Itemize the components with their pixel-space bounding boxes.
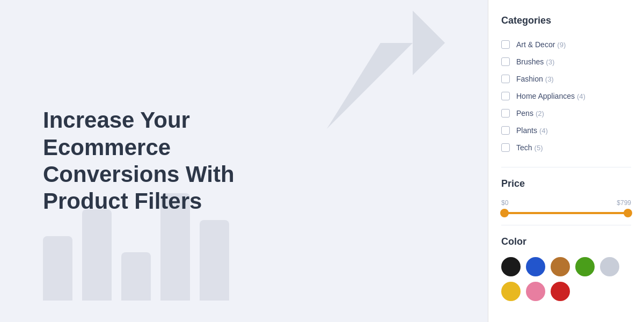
price-slider-thumb-right[interactable]: [624, 209, 632, 217]
color-grid: [501, 257, 631, 301]
category-count: (3): [546, 58, 554, 66]
category-item[interactable]: Fashion (3): [501, 70, 631, 87]
color-dot-black[interactable]: [501, 257, 521, 276]
category-count: (4): [539, 127, 548, 135]
color-title: Color: [501, 236, 631, 247]
color-dot-green[interactable]: [575, 257, 595, 276]
color-dot-blue[interactable]: [526, 257, 545, 276]
category-item[interactable]: Brushes (3): [501, 53, 631, 70]
category-checkbox[interactable]: [501, 40, 510, 49]
price-section: Price $0 $799: [501, 178, 631, 214]
price-slider-fill: [501, 212, 631, 214]
category-count: (4): [577, 92, 586, 100]
price-max-label: $799: [617, 199, 631, 207]
color-dot-yellow[interactable]: [501, 282, 521, 301]
category-name: Brushes: [516, 57, 544, 66]
bg-bar: [200, 220, 229, 301]
category-name: Tech: [516, 143, 532, 152]
category-checkbox[interactable]: [501, 126, 510, 135]
hero-title: Increase Your Ecommerce Conversions With…: [43, 107, 311, 215]
bg-arrow-icon: [305, 11, 456, 150]
color-dot-brown[interactable]: [551, 257, 570, 276]
bg-bar: [43, 236, 72, 301]
categories-title: Categories: [501, 15, 631, 26]
category-item[interactable]: Tech (5): [501, 139, 631, 156]
category-name: Pens: [516, 109, 533, 118]
price-slider-track[interactable]: [501, 212, 631, 214]
category-checkbox[interactable]: [501, 57, 510, 66]
category-count: (5): [535, 144, 543, 152]
category-name: Fashion: [516, 75, 543, 83]
category-name: Home Appliances: [516, 92, 575, 100]
category-list: Art & Decor (9)Brushes (3)Fashion (3)Hom…: [501, 36, 631, 156]
section-divider-2: [501, 225, 631, 225]
price-title: Price: [501, 178, 631, 189]
color-section: Color: [501, 236, 631, 301]
category-checkbox[interactable]: [501, 75, 510, 83]
hero-text: Increase Your Ecommerce Conversions With…: [43, 107, 311, 215]
category-item[interactable]: Art & Decor (9): [501, 36, 631, 53]
category-name: Art & Decor: [516, 40, 555, 49]
bg-bar: [121, 252, 151, 301]
category-count: (3): [545, 75, 554, 83]
category-checkbox[interactable]: [501, 143, 510, 152]
category-item[interactable]: Plants (4): [501, 122, 631, 139]
category-checkbox[interactable]: [501, 109, 510, 118]
price-labels: $0 $799: [501, 199, 631, 207]
color-dot-red[interactable]: [551, 282, 570, 301]
category-item[interactable]: Pens (2): [501, 105, 631, 122]
color-dot-light-gray[interactable]: [600, 257, 619, 276]
category-name: Plants: [516, 126, 537, 135]
right-panel: Categories Art & Decor (9)Brushes (3)Fas…: [488, 0, 644, 322]
category-count: (2): [536, 109, 544, 118]
category-checkbox[interactable]: [501, 92, 510, 100]
price-min-label: $0: [501, 199, 508, 207]
category-count: (9): [557, 41, 566, 49]
color-dot-pink[interactable]: [526, 282, 545, 301]
bg-bar: [82, 209, 112, 301]
left-panel: Increase Your Ecommerce Conversions With…: [0, 0, 488, 322]
category-item[interactable]: Home Appliances (4): [501, 87, 631, 105]
section-divider-1: [501, 167, 631, 167]
price-slider-thumb-left[interactable]: [500, 209, 509, 217]
